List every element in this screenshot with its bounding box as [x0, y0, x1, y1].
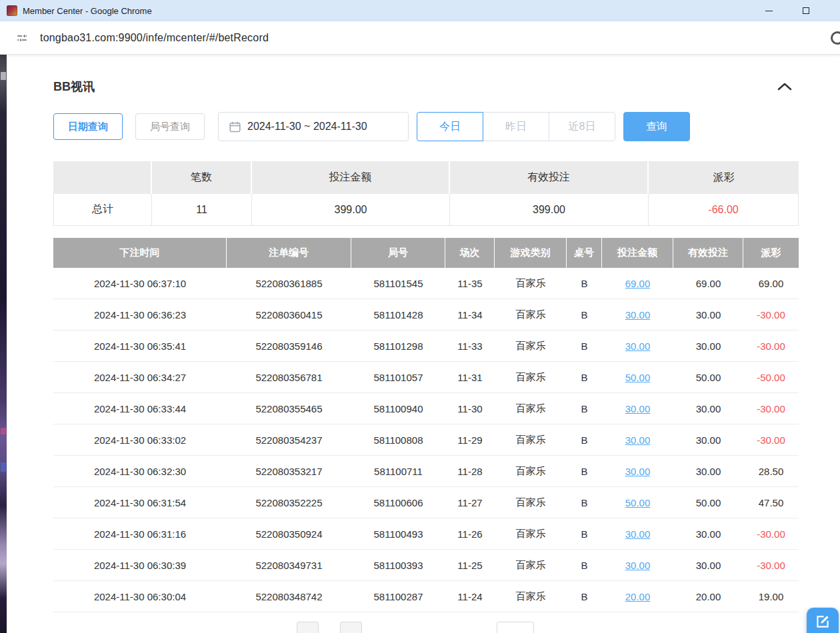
- minimize-button[interactable]: [750, 0, 787, 21]
- app-favicon-icon: [7, 5, 17, 16]
- site-settings-icon[interactable]: [13, 29, 31, 47]
- table-row: 2024-11-30 06:31:54 522080352225 5811006…: [53, 487, 799, 518]
- minimize-icon: [765, 11, 773, 11]
- header-valid-bet: 有效投注: [673, 238, 743, 268]
- cell-order-id: 522080355465: [227, 393, 351, 424]
- yesterday-button[interactable]: 昨日: [483, 112, 549, 141]
- cell-session: 11-25: [445, 550, 495, 580]
- search-button[interactable]: 查询: [623, 112, 690, 141]
- header-table-no: 桌号: [567, 238, 602, 268]
- cell-game-type: 百家乐: [495, 456, 567, 486]
- cell-table-no: B: [567, 487, 602, 518]
- cell-bet-time: 2024-11-30 06:31:54: [53, 487, 227, 518]
- today-button[interactable]: 今日: [417, 112, 483, 141]
- cell-valid-bet: 30.00: [673, 330, 743, 361]
- chat-button[interactable]: [807, 608, 839, 633]
- cell-payout: 28.50: [743, 456, 799, 486]
- cell-payout: -30.00: [743, 518, 799, 549]
- cell-bet-time: 2024-11-30 06:31:16: [53, 518, 227, 549]
- cell-payout: -30.00: [743, 550, 799, 580]
- summary-valid-bet: 399.00: [450, 194, 649, 226]
- date-query-tab[interactable]: 日期查询: [53, 113, 123, 140]
- collapse-chevron-icon[interactable]: [777, 82, 792, 91]
- background-fragment: [1, 428, 6, 434]
- summary-header-bet: 投注金额: [252, 161, 450, 194]
- cell-bet-time: 2024-11-30 06:37:10: [53, 268, 227, 299]
- cell-bet-amount-link[interactable]: 30.00: [602, 518, 673, 549]
- cell-bet-amount-link[interactable]: 30.00: [602, 550, 673, 580]
- cell-table-no: B: [567, 581, 602, 612]
- cell-round-id: 581100808: [351, 424, 445, 455]
- panel-header: BB视讯: [53, 79, 799, 95]
- cell-payout: -30.00: [743, 424, 799, 455]
- pagination-prev-button[interactable]: [297, 622, 319, 633]
- cell-bet-amount-link[interactable]: 30.00: [602, 299, 673, 330]
- cell-order-id: 522080360415: [227, 299, 351, 330]
- cell-bet-amount-link[interactable]: 30.00: [602, 330, 673, 361]
- header-game-type: 游戏类别: [495, 238, 567, 268]
- browser-extension-icon[interactable]: [831, 31, 840, 45]
- page-content: BB视讯 日期查询 局号查询 2024-11-30 ~ 2024-11-30 今…: [0, 55, 840, 633]
- cell-session: 11-35: [445, 268, 495, 299]
- cell-session: 11-24: [445, 581, 495, 612]
- cell-order-id: 522080349731: [227, 550, 351, 580]
- cell-bet-time: 2024-11-30 06:35:41: [53, 330, 227, 361]
- cell-game-type: 百家乐: [495, 518, 567, 549]
- table-row: 2024-11-30 06:36:23 522080360415 5811014…: [53, 299, 799, 330]
- summary-header-row: 笔数 投注金额 有效投注 派彩: [53, 161, 799, 194]
- cell-session: 11-33: [445, 330, 495, 361]
- cell-session: 11-30: [445, 393, 495, 424]
- summary-total-row: 总计 11 399.00 399.00 -66.00: [53, 194, 799, 226]
- window-title: Member Center - Google Chrome: [23, 6, 152, 16]
- background-fragment: [1, 462, 6, 472]
- url-text[interactable]: tongbao31.com:9900/infe/mcenter/#/betRec…: [40, 32, 269, 44]
- cell-bet-time: 2024-11-30 06:30:04: [53, 581, 227, 612]
- pagination-page-button[interactable]: [340, 622, 362, 633]
- last-8-days-button[interactable]: 近8日: [549, 112, 615, 141]
- cell-order-id: 522080354237: [227, 424, 351, 455]
- cell-table-no: B: [567, 299, 602, 330]
- background-fragment: [1, 72, 6, 80]
- cell-session: 11-34: [445, 299, 495, 330]
- close-button[interactable]: ✕: [825, 0, 840, 21]
- maximize-icon: [803, 7, 809, 14]
- cell-bet-time: 2024-11-30 06:34:27: [53, 362, 227, 392]
- pagination-size-select[interactable]: [497, 622, 534, 633]
- cell-bet-amount-link[interactable]: 69.00: [602, 268, 673, 299]
- date-range-value: 2024-11-30 ~ 2024-11-30: [247, 121, 367, 133]
- header-order-id: 注单编号: [227, 238, 351, 268]
- cell-table-no: B: [567, 393, 602, 424]
- cell-bet-time: 2024-11-30 06:33:02: [53, 424, 227, 455]
- summary-total-label: 总计: [53, 194, 152, 226]
- cell-session: 11-28: [445, 456, 495, 486]
- summary-payout: -66.00: [649, 194, 799, 226]
- summary-count: 11: [152, 194, 252, 226]
- header-payout: 派彩: [743, 238, 799, 268]
- cell-bet-amount-link[interactable]: 20.00: [602, 581, 673, 612]
- cell-order-id: 522080359146: [227, 330, 351, 361]
- cell-game-type: 百家乐: [495, 487, 567, 518]
- quick-date-group: 今日 昨日 近8日: [417, 112, 615, 141]
- calendar-icon: [229, 121, 241, 133]
- bet-table: 下注时间 注单编号 局号 场次 游戏类别 桌号 投注金额 有效投注 派彩 202…: [53, 238, 799, 612]
- cell-table-no: B: [567, 362, 602, 392]
- cell-round-id: 581101428: [351, 299, 445, 330]
- cell-round-id: 581100287: [351, 581, 445, 612]
- cell-bet-time: 2024-11-30 06:36:23: [53, 299, 227, 330]
- maximize-button[interactable]: [787, 0, 825, 21]
- cell-valid-bet: 30.00: [673, 393, 743, 424]
- filter-toolbar: 日期查询 局号查询 2024-11-30 ~ 2024-11-30 今日 昨日 …: [53, 112, 799, 141]
- cell-bet-amount-link[interactable]: 50.00: [602, 362, 673, 392]
- summary-header-count: 笔数: [152, 161, 252, 194]
- round-query-tab[interactable]: 局号查询: [135, 113, 205, 140]
- address-bar: tongbao31.com:9900/infe/mcenter/#/betRec…: [0, 21, 840, 55]
- cell-round-id: 581100606: [351, 487, 445, 518]
- cell-bet-amount-link[interactable]: 30.00: [602, 393, 673, 424]
- cell-bet-amount-link[interactable]: 30.00: [602, 424, 673, 455]
- cell-bet-amount-link[interactable]: 50.00: [602, 487, 673, 518]
- section-title: BB视讯: [53, 79, 95, 95]
- date-range-input[interactable]: 2024-11-30 ~ 2024-11-30: [218, 112, 409, 141]
- bet-table-body: 2024-11-30 06:37:10 522080361885 5811015…: [53, 268, 799, 612]
- cell-bet-time: 2024-11-30 06:33:44: [53, 393, 227, 424]
- cell-bet-amount-link[interactable]: 30.00: [602, 456, 673, 486]
